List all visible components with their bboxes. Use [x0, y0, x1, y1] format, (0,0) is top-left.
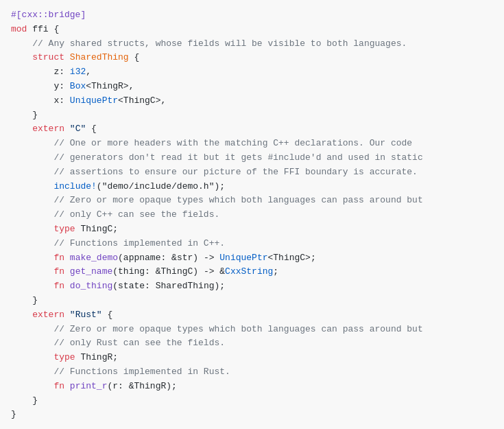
- code-token: #[cxx::bridge]: [11, 8, 86, 23]
- code-token: (r: &ThingR);: [107, 380, 176, 394]
- code-token: fn: [53, 380, 64, 394]
- code-token: i32: [70, 65, 86, 80]
- code-token: ThingC;: [75, 222, 118, 237]
- code-token: z:: [11, 65, 70, 80]
- code-token: // Zero or more opaque types which both …: [11, 323, 423, 337]
- code-token: [64, 265, 70, 279]
- code-token: [64, 308, 70, 323]
- code-line: extern "Rust" {: [11, 308, 493, 323]
- code-token: }: [11, 394, 38, 408]
- code-line: // Functions implemented in C++.: [11, 237, 493, 251]
- code-line: // Functions implemented in Rust.: [11, 365, 493, 380]
- code-token: [64, 122, 70, 137]
- code-token: y:: [11, 80, 70, 94]
- code-token: fn: [53, 265, 64, 279]
- code-token: [64, 279, 70, 294]
- code-token: extern: [32, 308, 64, 323]
- code-token: (thing: &ThingC) -> &: [112, 265, 225, 279]
- code-line: include!("demo/include/demo.h");: [11, 180, 493, 194]
- code-token: // only C++ can see the fields.: [11, 208, 219, 222]
- code-token: // generators don't read it but it gets …: [11, 151, 423, 165]
- code-line: extern "C" {: [11, 122, 493, 137]
- code-token: // Any shared structs, whose fields will…: [11, 37, 407, 51]
- code-line: // One or more headers with the matching…: [11, 137, 493, 151]
- code-content: #[cxx::bridge]mod ffi { // Any shared st…: [11, 8, 493, 422]
- code-line: fn print_r(r: &ThingR);: [11, 380, 493, 394]
- code-token: ,: [86, 65, 91, 80]
- code-token: [11, 279, 53, 294]
- code-token: [11, 222, 53, 237]
- code-token: fn: [53, 279, 64, 294]
- code-line: type ThingC;: [11, 222, 493, 237]
- code-token: // Zero or more opaque types which both …: [11, 194, 423, 208]
- code-line: x: UniquePtr<ThingC>,: [11, 94, 493, 108]
- code-token: make_demo: [70, 251, 118, 266]
- code-line: // Zero or more opaque types which both …: [11, 323, 493, 337]
- code-token: ;: [273, 265, 278, 279]
- code-token: <ThingC>,: [118, 94, 166, 108]
- code-token: [11, 51, 32, 65]
- code-line: // only Rust can see the fields.: [11, 336, 493, 351]
- code-token: type: [53, 351, 75, 365]
- code-token: mod: [11, 23, 27, 37]
- code-token: [11, 265, 53, 279]
- code-token: [11, 380, 53, 394]
- code-token: extern: [32, 122, 64, 137]
- code-line: fn make_demo(appname: &str) -> UniquePtr…: [11, 251, 493, 266]
- code-token: CxxString: [225, 265, 273, 279]
- code-line: }: [11, 394, 493, 408]
- code-token: {: [129, 51, 140, 65]
- code-token: UniquePtr: [219, 251, 267, 266]
- code-token: // Functions implemented in Rust.: [11, 365, 230, 380]
- code-line: // only C++ can see the fields.: [11, 208, 493, 222]
- code-line: fn do_thing(state: SharedThing);: [11, 279, 493, 294]
- code-token: [64, 51, 70, 65]
- code-token: [11, 351, 53, 365]
- code-token: [64, 251, 70, 266]
- code-token: }: [11, 408, 16, 422]
- code-line: }: [11, 294, 493, 308]
- code-token: type: [53, 222, 75, 237]
- code-line: fn get_name(thing: &ThingC) -> &CxxStrin…: [11, 265, 493, 279]
- code-line: mod ffi {: [11, 23, 493, 37]
- code-token: [11, 251, 53, 266]
- code-token: Box: [70, 80, 86, 94]
- code-line: #[cxx::bridge]: [11, 8, 493, 23]
- code-token: (appname: &str) ->: [118, 251, 219, 266]
- code-line: // generators don't read it but it gets …: [11, 151, 493, 165]
- code-token: {: [86, 122, 97, 137]
- code-token: print_r: [70, 380, 108, 394]
- code-token: (state: SharedThing);: [112, 279, 225, 294]
- code-line: // assertions to ensure our picture of t…: [11, 165, 493, 180]
- code-editor: #[cxx::bridge]mod ffi { // Any shared st…: [0, 0, 504, 429]
- code-token: [11, 122, 32, 137]
- code-token: "C": [70, 122, 86, 137]
- code-token: ffi {: [27, 23, 59, 37]
- code-line: }: [11, 108, 493, 123]
- code-token: struct: [32, 51, 64, 65]
- code-token: // Functions implemented in C++.: [11, 237, 225, 251]
- code-token: [64, 380, 70, 394]
- code-token: include!: [53, 180, 96, 194]
- code-line: // Zero or more opaque types which both …: [11, 194, 493, 208]
- code-line: z: i32,: [11, 65, 493, 80]
- code-token: ThingR;: [75, 351, 118, 365]
- code-token: }: [11, 108, 38, 123]
- code-token: fn: [53, 251, 64, 266]
- code-token: }: [11, 294, 38, 308]
- code-line: struct SharedThing {: [11, 51, 493, 65]
- code-token: // One or more headers with the matching…: [11, 137, 412, 151]
- code-token: [11, 308, 32, 323]
- code-token: // assertions to ensure our picture of t…: [11, 165, 418, 180]
- code-token: x:: [11, 94, 70, 108]
- code-token: get_name: [70, 265, 112, 279]
- code-token: SharedThing: [70, 51, 129, 65]
- code-token: "Rust": [70, 308, 102, 323]
- code-token: ("demo/include/demo.h");: [97, 180, 225, 194]
- code-token: <ThingC>;: [268, 251, 316, 266]
- code-token: // only Rust can see the fields.: [11, 336, 225, 351]
- code-line: y: Box<ThingR>,: [11, 80, 493, 94]
- code-line: type ThingR;: [11, 351, 493, 365]
- code-token: do_thing: [70, 279, 112, 294]
- code-token: [11, 180, 53, 194]
